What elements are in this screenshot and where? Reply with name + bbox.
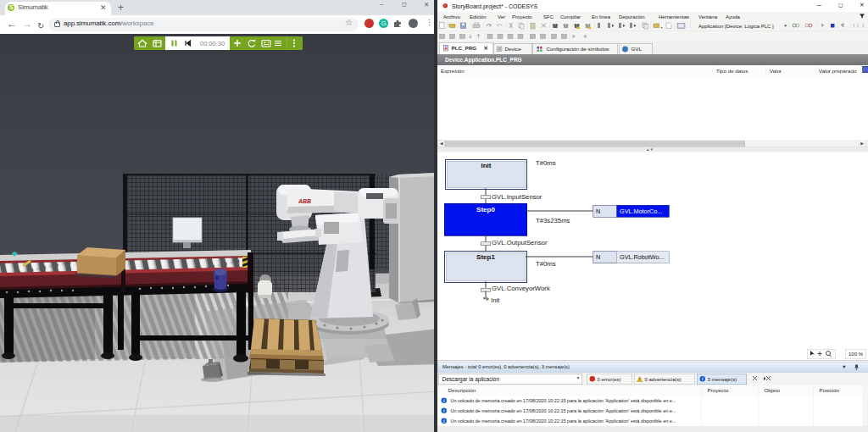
svg-text:ABB: ABB — [298, 198, 311, 204]
svg-text:Application [Device: Lógica PL: Application [Device: Lógica PLC ] — [698, 24, 774, 29]
svg-text:00:00:30: 00:00:30 — [200, 40, 225, 47]
